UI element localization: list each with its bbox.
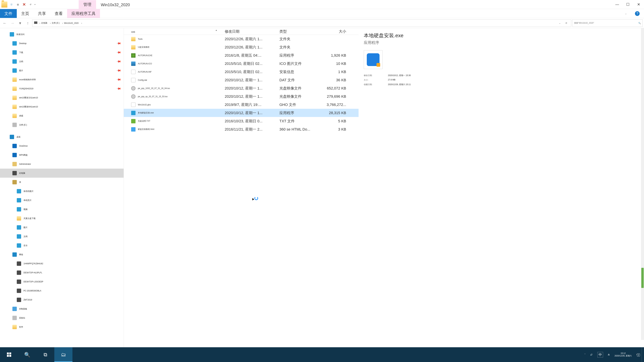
- tree-network-pc[interactable]: ZMT2019: [0, 295, 124, 304]
- tree-onedrive[interactable]: OneDrive: [0, 141, 124, 150]
- taskbar-explorer-button[interactable]: 🗂: [54, 347, 72, 362]
- nav-up-button[interactable]: ↑: [24, 20, 31, 26]
- sort-asc-icon: ▴: [216, 29, 217, 31]
- tree-network-pc[interactable]: PC-20190530OBLA: [0, 286, 124, 295]
- taskbar-taskview-button[interactable]: ⧉: [36, 347, 54, 362]
- minimize-button[interactable]: —: [612, 0, 622, 9]
- column-type[interactable]: 类型: [278, 29, 323, 34]
- tree-software[interactable]: 软件: [0, 323, 124, 332]
- ribbon-expand-icon[interactable]: ⌄: [622, 9, 629, 18]
- tree-drive-e[interactable]: 文档 (E:): [0, 120, 124, 129]
- tray-overflow-icon[interactable]: ˄: [584, 354, 586, 356]
- tree-network-pc[interactable]: DESKTOP-HL0PLFL: [0, 268, 124, 277]
- tree-win10-32[interactable]: win10重装32位win10: [0, 93, 124, 102]
- file-row[interactable]: 硬盘安装教程.html2016/11/21, 星期一 2...360 se HT…: [124, 125, 358, 133]
- file-row[interactable]: AUTORUN.INF2015/5/10, 星期日 02...安装信息1 KB: [124, 68, 358, 76]
- chevron-right-icon[interactable]: ›: [81, 22, 82, 24]
- tree-network-pc[interactable]: DESKTOP-LSSOEDP: [0, 277, 124, 286]
- breadcrumb-root[interactable]: 此电脑: [41, 22, 47, 24]
- chevron-right-icon[interactable]: ›: [62, 22, 63, 24]
- ribbon-tab-app-tools[interactable]: 应用程序工具: [67, 9, 100, 18]
- file-row[interactable]: Config.dat2020/10/12, 星期一 1...DAT 文件36 K…: [124, 76, 358, 84]
- show-desktop-button[interactable]: [642, 347, 644, 362]
- qat-properties-icon[interactable]: ☑: [9, 2, 14, 7]
- tree-pictures[interactable]: 图片📌: [0, 66, 124, 75]
- tree-videos[interactable]: 视频: [0, 205, 124, 214]
- nav-back-button[interactable]: ←: [1, 20, 8, 26]
- scrollbar-thumb[interactable]: [641, 268, 644, 288]
- column-size[interactable]: 大小: [323, 29, 350, 34]
- file-name: AUTORUN.EXE: [138, 54, 152, 57]
- chevron-right-icon[interactable]: ›: [40, 22, 40, 24]
- file-type-icon: [131, 45, 136, 49]
- tree-desktop[interactable]: Desktop📌: [0, 39, 124, 48]
- tree-documents2[interactable]: 文档: [0, 232, 124, 241]
- refresh-button[interactable]: ⟳: [563, 22, 570, 24]
- address-history-dropdown[interactable]: ⌄: [557, 22, 562, 24]
- tree-desktop-root[interactable]: 桌面: [0, 132, 124, 141]
- file-row[interactable]: pe_yqs_1032_20_07_31_16_04.iso2020/10/12…: [124, 84, 358, 92]
- close-button[interactable]: ✕: [633, 0, 644, 9]
- tree-control-panel[interactable]: 控制面板: [0, 304, 124, 313]
- column-date[interactable]: 修改日期: [223, 29, 278, 34]
- file-row[interactable]: 本地硬盘安装.exe2020/10/12, 星期一 1...应用程序28,315…: [124, 109, 358, 117]
- tree-recycle-bin[interactable]: 回收站: [0, 313, 124, 323]
- nav-recent-dropdown[interactable]: ▾: [17, 20, 24, 26]
- file-row[interactable]: 光盘说明.TXT2016/10/23, 星期日 0...TXT 文件5 KB: [124, 117, 358, 125]
- file-list[interactable]: 名称▴ 修改日期 类型 大小 Tools2020/12/26, 星期六 1...…: [124, 28, 358, 348]
- ribbon-tab-view[interactable]: 查看: [50, 9, 67, 18]
- scrollbar[interactable]: [641, 28, 644, 340]
- tree-win10-64[interactable]: win10重装64位win10: [0, 102, 124, 111]
- taskbar-search-button[interactable]: 🔍: [18, 347, 36, 362]
- search-icon[interactable]: 🔍: [638, 22, 641, 24]
- tree-network[interactable]: 网络: [0, 250, 124, 259]
- tray-volume-icon[interactable]: 🔊: [590, 354, 593, 356]
- qat-new-folder-icon[interactable]: ▤: [16, 2, 20, 7]
- tray-action-center-icon[interactable]: 💬2: [636, 354, 639, 356]
- file-row[interactable]: AUTORUN.EXE2016/1/8, 星期五 04:...应用程序1,926…: [124, 51, 358, 59]
- tree-documents[interactable]: 文档📌: [0, 57, 124, 66]
- qat-delete-icon[interactable]: ✕: [22, 2, 26, 7]
- tree-quick-access[interactable]: 快速访问: [0, 30, 124, 39]
- file-row[interactable]: Tools2020/12/26, 星期六 1...文件夹: [124, 35, 358, 43]
- start-button[interactable]: [0, 347, 18, 362]
- tree-this-pc[interactable]: 此电脑: [0, 169, 124, 178]
- contextual-tab-header: 管理: [79, 0, 96, 9]
- file-row[interactable]: pe_yqs_xp_20_07_31_15_53.iso2020/10/12, …: [124, 92, 358, 100]
- file-row[interactable]: Win10x32.gho2019/9/7, 星期六 19:...GHO 文件3,…: [124, 100, 358, 109]
- ribbon-tab-share[interactable]: 共享: [34, 9, 50, 18]
- nav-forward-button[interactable]: →: [9, 20, 16, 26]
- tray-network-icon[interactable]: 🖧: [608, 354, 610, 356]
- chevron-right-icon[interactable]: ›: [50, 22, 51, 24]
- tray-clock[interactable]: 15:12 2020/12/26, 星期六: [614, 352, 632, 357]
- ribbon-tab-file[interactable]: 文件: [0, 9, 17, 18]
- tray-ime-indicator[interactable]: 中: [598, 352, 603, 358]
- tree-wps[interactable]: WPS网盘: [0, 150, 124, 160]
- search-input[interactable]: 搜索"Win10x32_2020" 🔍: [572, 19, 643, 27]
- maximize-button[interactable]: ☐: [622, 0, 633, 9]
- breadcrumb-folder[interactable]: Win10x32_2020: [64, 22, 79, 24]
- breadcrumb-drive[interactable]: 文档 (E:): [52, 22, 60, 24]
- tree-pictures2[interactable]: 图片: [0, 223, 124, 232]
- tree-downloads[interactable]: 下载📌: [0, 48, 124, 57]
- tree-music[interactable]: 音乐: [0, 241, 124, 250]
- tree-saved-pictures[interactable]: 保存的图片: [0, 187, 124, 196]
- tree-administrator[interactable]: Administrator: [0, 160, 124, 169]
- tree-huguan[interactable]: 虎观: [0, 111, 124, 120]
- file-row[interactable]: U盘安装教程2020/12/26, 星期六 1...文件夹: [124, 43, 358, 51]
- tree-yunqishi[interactable]: YUNQISHI2019📌: [0, 84, 124, 93]
- qat-customize-dropdown[interactable]: ▾: [34, 3, 36, 5]
- pin-icon: 📌: [116, 41, 121, 46]
- file-row[interactable]: AUTORUN.ICO2015/5/10, 星期日 02...ICO 图片文件1…: [124, 59, 358, 68]
- tree-excel-folder[interactable]: excel表格制作求和📌: [0, 75, 124, 84]
- ribbon-help-button[interactable]: ?: [634, 9, 641, 18]
- tree-tianyi[interactable]: 天翼云盘下载: [0, 214, 124, 223]
- column-name[interactable]: 名称▴: [124, 29, 223, 34]
- qat-undo-icon[interactable]: ↺: [28, 2, 33, 7]
- tree-libraries[interactable]: 库: [0, 178, 124, 187]
- address-bar[interactable]: ›此电脑 ›文档 (E:) ›Win10x32_2020 › ⌄ ⟳: [32, 19, 571, 27]
- ribbon-tab-home[interactable]: 主页: [17, 9, 34, 18]
- tree-network-pc[interactable]: 1H4WPFQ7KZ8HU82: [0, 259, 124, 268]
- tree-local-photos[interactable]: 本机照片: [0, 196, 124, 205]
- navigation-pane[interactable]: 快速访问 Desktop📌 下载📌 文档📌 图片📌 excel表格制作求和📌 Y…: [0, 28, 124, 348]
